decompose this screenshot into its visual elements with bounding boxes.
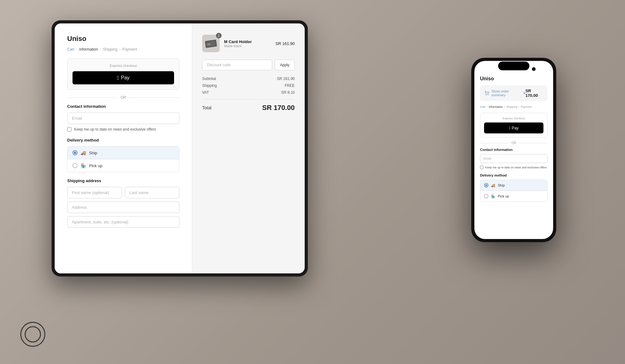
phone-contact-info-title: Contact information bbox=[480, 148, 548, 152]
newsletter-checkbox[interactable] bbox=[67, 127, 72, 132]
phone-apple-pay-label: Pay bbox=[512, 126, 518, 130]
apply-discount-button[interactable]: Apply bbox=[275, 60, 295, 70]
phone-express-checkout-box: Express checkout  Pay bbox=[480, 113, 548, 137]
shipping-row: Shipping FREE bbox=[202, 83, 295, 88]
phone-newsletter-row: Keep me up to date on news and exclusive… bbox=[480, 166, 548, 169]
phone-breadcrumb: Cart › Information › Shipping › Payment bbox=[480, 105, 548, 108]
phone-ship-option[interactable]: 🚚 Ship bbox=[480, 180, 547, 191]
breadcrumb: Cart › Information › Shipping › Payment bbox=[67, 47, 179, 52]
breadcrumb-sep-1: › bbox=[76, 47, 78, 51]
apple-logo-icon:  bbox=[117, 75, 119, 81]
cart-icon bbox=[484, 91, 489, 96]
apartment-input[interactable] bbox=[67, 216, 179, 228]
product-badge: 1 bbox=[216, 33, 222, 38]
phone-pickup-icon: 🏪 bbox=[491, 194, 495, 198]
first-name-input[interactable] bbox=[67, 187, 122, 198]
phone-breadcrumb-sep-1: › bbox=[487, 105, 488, 108]
vat-label: VAT bbox=[202, 90, 209, 95]
phone-camera bbox=[532, 67, 536, 71]
subtotal-row: Subtotal SR 161.90 bbox=[202, 77, 295, 81]
left-panel: Uniso Cart › Information › Shipping › Pa… bbox=[55, 23, 192, 273]
total-row: Total SR 170.00 bbox=[202, 104, 295, 112]
phone-breadcrumb-shipping: Shipping bbox=[506, 105, 517, 108]
phone-delivery-box: 🚚 Ship 🏪 Pick up bbox=[480, 180, 548, 202]
phone-ship-icon: 🚚 bbox=[491, 183, 495, 187]
svg-point-3 bbox=[486, 95, 486, 95]
phone-breadcrumb-cart[interactable]: Cart bbox=[480, 105, 485, 108]
shipping-value: FREE bbox=[285, 83, 295, 88]
product-info: M Card Holder Matte black bbox=[224, 39, 271, 48]
subtotal-value: SR 161.90 bbox=[277, 77, 295, 81]
product-variant: Matte black bbox=[224, 44, 271, 48]
phone-breadcrumb-sep-3: › bbox=[518, 105, 519, 108]
total-amount: SR 170.00 bbox=[262, 104, 295, 112]
address-input[interactable] bbox=[67, 202, 179, 213]
pickup-radio bbox=[72, 163, 78, 168]
show-order-summary-left: Show order summary ▾ bbox=[484, 89, 525, 97]
breadcrumb-sep-2: › bbox=[100, 47, 101, 51]
vat-value: SR 8.10 bbox=[281, 90, 295, 95]
phone-newsletter-label: Keep me up to date on news and exclusive… bbox=[485, 166, 547, 169]
product-image-wrap: 1 bbox=[202, 35, 220, 52]
phone-ship-label: Ship bbox=[498, 183, 505, 187]
name-row bbox=[67, 187, 179, 202]
ship-option[interactable]: 🚚 Ship bbox=[68, 147, 179, 159]
vat-row: VAT SR 8.10 bbox=[202, 90, 295, 95]
phone-screen: Uniso Show order summary ▾ SR 170.00 Car… bbox=[474, 61, 553, 239]
or-divider: OR bbox=[67, 95, 179, 100]
express-checkout-box: Express checkout  Pay bbox=[67, 58, 179, 90]
phone-newsletter-checkbox[interactable] bbox=[480, 166, 483, 169]
product-row: 1 M Card Holder Matte black SR 161.90 bbox=[202, 35, 295, 52]
phone-pickup-option[interactable]: 🏪 Pick up bbox=[480, 191, 547, 202]
product-price: SR 161.90 bbox=[276, 41, 295, 46]
ship-icon: 🚚 bbox=[81, 150, 86, 155]
apple-pay-label: Pay bbox=[121, 75, 130, 81]
phone-apple-logo-icon:  bbox=[509, 126, 510, 130]
right-panel: 1 M Card Holder Matte black SR 161.90 Ap… bbox=[192, 23, 305, 273]
last-name-input[interactable] bbox=[125, 187, 180, 198]
pickup-option[interactable]: 🏪 Pick up bbox=[68, 159, 179, 172]
breadcrumb-cart[interactable]: Cart bbox=[67, 47, 74, 52]
phone-ship-radio bbox=[484, 183, 488, 187]
discount-row: Apply bbox=[202, 60, 295, 70]
phone-or-divider: OR bbox=[480, 141, 548, 145]
shipping-label: Shipping bbox=[202, 83, 217, 88]
circle-logo-inner bbox=[25, 326, 41, 342]
circle-logo-icon bbox=[20, 322, 45, 347]
tablet-screen: Uniso Cart › Information › Shipping › Pa… bbox=[55, 23, 305, 273]
pickup-icon: 🏪 bbox=[81, 163, 86, 168]
discount-input[interactable] bbox=[202, 60, 272, 70]
total-label: Total bbox=[202, 105, 212, 110]
email-input[interactable] bbox=[67, 112, 179, 124]
phone-express-label: Express checkout bbox=[484, 117, 543, 120]
phone-brand-title: Uniso bbox=[480, 76, 548, 82]
delivery-box: 🚚 Ship 🏪 Pick up bbox=[67, 146, 179, 172]
show-order-summary-bar[interactable]: Show order summary ▾ SR 170.00 bbox=[480, 85, 548, 101]
phone-breadcrumb-information: Information bbox=[489, 105, 503, 108]
express-checkout-label: Express checkout bbox=[72, 64, 174, 67]
phone-order-total: SR 170.00 bbox=[525, 88, 543, 98]
pickup-label: Pick up bbox=[89, 163, 102, 168]
summary-divider bbox=[202, 99, 295, 99]
phone-breadcrumb-sep-2: › bbox=[504, 105, 505, 108]
tablet-device: Uniso Cart › Information › Shipping › Pa… bbox=[52, 20, 308, 277]
ship-label: Ship bbox=[89, 151, 97, 155]
phone-breadcrumb-payment: Payment bbox=[521, 105, 532, 108]
apple-pay-button[interactable]:  Pay bbox=[72, 71, 174, 84]
brand-title: Uniso bbox=[67, 35, 179, 43]
contact-info-title: Contact information bbox=[67, 104, 179, 109]
delivery-method-title: Delivery method bbox=[67, 138, 179, 142]
phone-email-input[interactable] bbox=[480, 154, 548, 163]
product-icon bbox=[205, 39, 217, 48]
show-order-summary-label: Show order summary bbox=[492, 89, 521, 97]
breadcrumb-information: Information bbox=[79, 47, 98, 52]
phone-apple-pay-button[interactable]:  Pay bbox=[484, 122, 543, 133]
svg-point-4 bbox=[488, 95, 488, 95]
ship-radio bbox=[72, 150, 78, 155]
phone-pickup-radio bbox=[484, 194, 488, 198]
phone-delivery-title: Delivery method bbox=[480, 173, 548, 177]
newsletter-label: Keep me up to date on news and exclusive… bbox=[74, 127, 156, 132]
shipping-address-title: Shipping address bbox=[67, 178, 179, 183]
phone-device: Uniso Show order summary ▾ SR 170.00 Car… bbox=[471, 58, 556, 242]
newsletter-checkbox-row: Keep me up to date on news and exclusive… bbox=[67, 127, 179, 132]
